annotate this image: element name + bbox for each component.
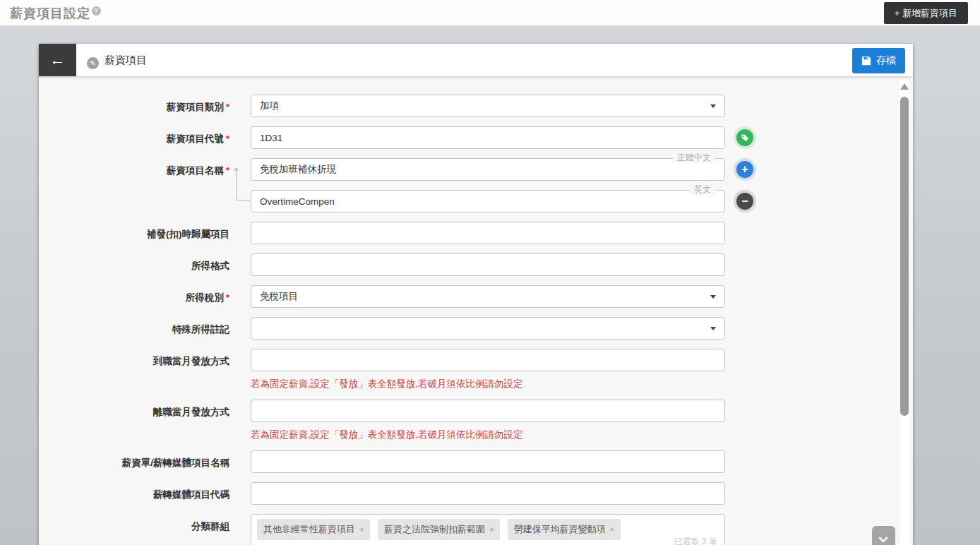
minus-icon: − [741,195,748,208]
tag-icon [741,133,749,142]
name-zh-tag: 正體中文 [673,152,715,163]
group-tag: 其他非經常性薪資項目× [257,519,370,540]
help-icon[interactable]: ? [92,6,101,16]
chevron-down-icon [710,295,716,299]
offboard-pay-label: 離職當月發放方式 [39,400,229,441]
card-header: ← ✎薪資項目 存檔 [39,44,913,76]
name-en-input[interactable] [251,190,725,212]
code-label: 薪資項目代號* [39,126,229,149]
row-tax-type: 所得稅別* 免稅項目 [39,285,913,308]
payslip-name-input[interactable] [251,450,725,473]
tax-type-value: 免稅項目 [260,291,298,301]
tax-type-label: 所得稅別* [39,285,229,308]
retro-item-input[interactable] [251,222,725,244]
tag-icon-button[interactable] [736,129,753,146]
row-payslip-name: 薪資單/薪轉媒體項目名稱 [39,450,913,473]
name-label: 薪資項目名稱* [39,158,229,212]
category-label: 薪資項目類別* [39,95,229,117]
media-code-label: 薪轉媒體項目代碼 [39,482,229,505]
row-category: 薪資項目類別* 加項 [39,95,913,117]
offboard-pay-input[interactable] [251,400,725,422]
scroll-up-icon[interactable] [900,83,909,90]
salary-item-card: ← ✎薪資項目 存檔 薪資項目類別* 加項 薪資項目代號* [39,44,913,545]
row-special-income: 特殊所得註記 [39,317,913,340]
category-select[interactable]: 加項 [251,95,725,117]
special-income-label: 特殊所得註記 [39,317,229,340]
card-title: ✎薪資項目 [87,44,147,76]
required-asterisk: * [226,102,229,112]
top-bar: 薪資項目設定? + 新增薪資項目 [0,0,980,26]
tag-remove-icon[interactable]: × [489,525,494,534]
add-language-button[interactable]: + [736,161,753,178]
add-salary-item-button[interactable]: + 新增薪資項目 [884,2,968,24]
required-asterisk: * [226,165,229,176]
special-income-select[interactable] [251,317,725,340]
groups-label: 分類群組 [39,514,229,545]
save-button[interactable]: 存檔 [852,48,905,73]
row-groups: 分類群組 其他非經常性薪資項目× 薪資之法院強制扣薪範圍× 勞建保平均薪資變動項… [39,514,913,545]
onboard-pay-input[interactable] [251,349,725,371]
back-button[interactable]: ← [39,44,76,76]
row-onboard-pay: 到職當月發放方式 若為固定薪資,設定「發放」表全額發放,若破月須依比例請勿設定 [39,349,913,390]
payslip-name-label: 薪資單/薪轉媒體項目名稱 [39,450,229,473]
tag-remove-icon[interactable]: × [359,525,364,534]
row-name: 薪資項目名稱* 正體中文 + 英文 − [39,158,913,212]
connector-line [236,170,250,201]
card-title-text: 薪資項目 [104,54,147,66]
group-tag: 薪資之法院強制扣薪範圍× [378,519,500,540]
page-title: 薪資項目設定? [10,5,101,22]
tag-remove-icon[interactable]: × [610,525,614,534]
row-code: 薪資項目代號* [39,126,913,149]
chevron-down-icon [710,327,716,330]
group-tag: 勞建保平均薪資變動項× [508,519,621,540]
row-media-code: 薪轉媒體項目代碼 [39,482,913,505]
groups-tag-box[interactable]: 其他非經常性薪資項目× 薪資之法院強制扣薪範圍× 勞建保平均薪資變動項× 已選取… [251,514,725,545]
required-asterisk: * [226,292,229,303]
tax-type-select[interactable]: 免稅項目 [251,285,725,308]
scroll-down-button[interactable] [872,526,895,545]
row-retro-item: 補發(扣)時歸屬項目 [39,222,913,244]
name-zh-input[interactable] [251,158,725,181]
chevron-down-icon [710,104,716,108]
media-code-input[interactable] [251,482,725,505]
retro-item-label: 補發(扣)時歸屬項目 [39,222,229,244]
save-icon [861,56,871,66]
plus-icon: + [741,163,748,176]
remove-language-button[interactable]: − [736,193,753,210]
selected-count: 已選取 3 筆 [674,536,717,545]
code-input[interactable] [251,126,725,149]
income-format-label: 所得格式 [39,253,229,276]
form-body: 薪資項目類別* 加項 薪資項目代號* [39,76,913,545]
page-title-text: 薪資項目設定 [10,6,90,20]
onboard-pay-label: 到職當月發放方式 [39,349,229,390]
row-income-format: 所得格式 [39,253,913,276]
offboard-pay-note: 若為固定薪資,設定「發放」表全額發放,若破月須依比例請勿設定 [251,429,725,441]
save-button-label: 存檔 [876,54,896,67]
onboard-pay-note: 若為固定薪資,設定「發放」表全額發放,若破月須依比例請勿設定 [251,378,725,390]
name-en-tag: 英文 [690,184,715,195]
row-offboard-pay: 離職當月發放方式 若為固定薪資,設定「發放」表全額發放,若破月須依比例請勿設定 [39,400,913,441]
income-format-input[interactable] [251,253,725,276]
back-arrow-icon: ← [50,51,66,68]
category-value: 加項 [260,100,279,111]
scrollbar-track[interactable] [900,79,909,545]
chevron-down-icon [878,533,888,543]
pencil-icon: ✎ [87,57,99,69]
scrollbar-thumb[interactable] [900,97,909,416]
required-asterisk: * [226,133,229,144]
